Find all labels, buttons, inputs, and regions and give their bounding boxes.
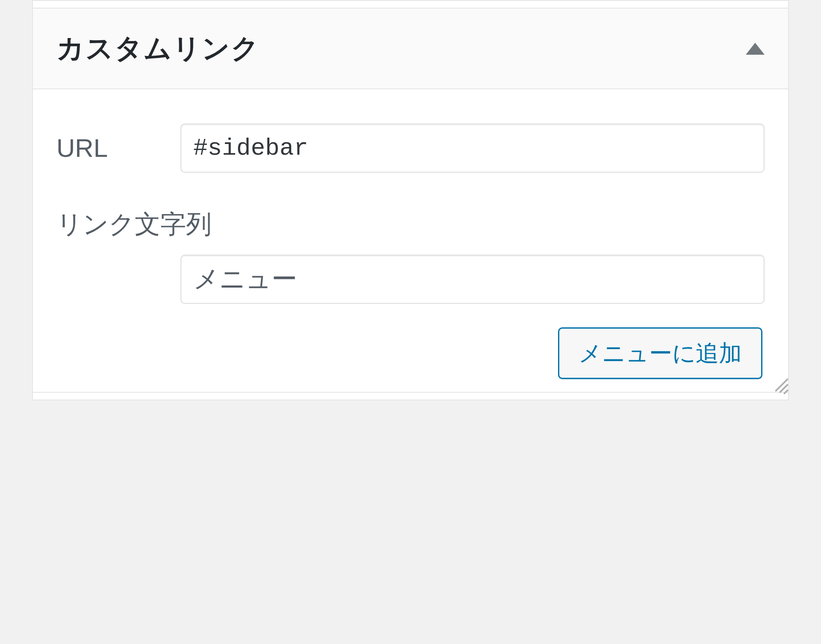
panel-top-edge — [33, 0, 788, 8]
panel-title: カスタムリンク — [56, 30, 260, 67]
panel-bottom-edge — [33, 392, 788, 400]
url-row: URL — [56, 124, 765, 173]
collapse-toggle[interactable] — [746, 43, 765, 55]
url-input[interactable] — [180, 124, 765, 173]
custom-link-panel: カスタムリンク URL リンク文字列 メニューに追加 — [32, 0, 789, 400]
custom-link-panel-header[interactable]: カスタムリンク — [33, 8, 788, 89]
button-row: メニューに追加 — [56, 327, 765, 379]
add-to-menu-button[interactable]: メニューに追加 — [558, 327, 762, 379]
custom-link-panel-body: URL リンク文字列 メニューに追加 — [33, 89, 788, 392]
link-text-input[interactable] — [180, 255, 765, 304]
resize-grip-icon[interactable] — [768, 372, 789, 393]
link-text-label: リンク文字列 — [56, 209, 765, 240]
url-label: URL — [56, 133, 180, 164]
menu-editor-frame: カスタムリンク URL リンク文字列 メニューに追加 — [0, 0, 821, 644]
chevron-up-icon — [746, 43, 765, 55]
link-text-row: リンク文字列 — [56, 209, 765, 304]
